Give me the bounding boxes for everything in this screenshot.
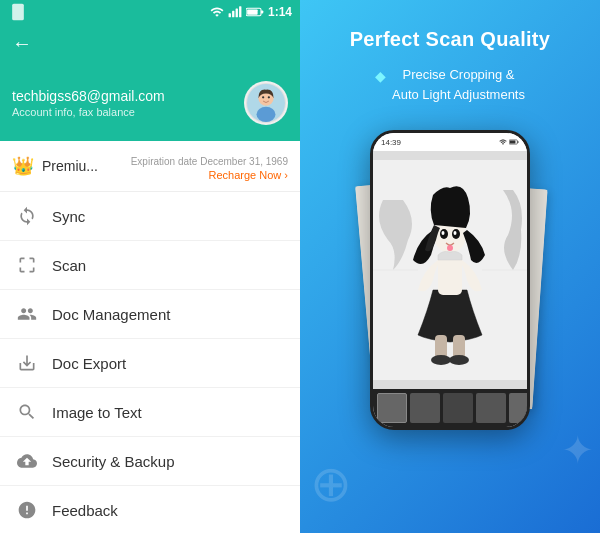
user-info: techbigss68@gmail.com Account info, fax … — [12, 88, 165, 118]
thumbnail-4[interactable] — [476, 393, 506, 423]
svg-rect-2 — [232, 11, 234, 17]
svg-point-10 — [257, 107, 276, 122]
feedback-icon — [16, 499, 38, 521]
scan-label: Scan — [52, 257, 86, 274]
avatar — [244, 81, 288, 125]
doc-export-icon — [16, 352, 38, 374]
thumbnail-strip: 拍摄 相册 扫描 — [373, 389, 527, 427]
svg-rect-7 — [261, 11, 263, 14]
sync-icon — [16, 205, 38, 227]
svg-rect-1 — [229, 13, 231, 17]
thumbnail-5[interactable] — [509, 393, 527, 423]
image-to-text-icon — [16, 401, 38, 423]
recharge-link[interactable]: Recharge Now › — [131, 169, 288, 181]
svg-rect-0 — [12, 4, 24, 21]
status-time: 1:14 — [268, 5, 292, 19]
phone-status-bar: 14:39 — [373, 133, 527, 151]
menu-item-doc-export[interactable]: Doc Export — [0, 339, 300, 388]
svg-point-29 — [449, 355, 469, 365]
svg-point-24 — [442, 231, 445, 235]
security-backup-icon — [16, 450, 38, 472]
menu-item-scan[interactable]: Scan — [0, 241, 300, 290]
doc-management-label: Doc Management — [52, 306, 170, 323]
svg-rect-3 — [236, 9, 238, 18]
status-bar-right: 1:14 — [210, 5, 292, 19]
avatar-image — [247, 84, 285, 122]
thumbnail-2[interactable] — [410, 393, 440, 423]
left-panel: 1:14 ← techbigss68@gmail.com Account inf… — [0, 0, 300, 533]
promo-title: Perfect Scan Quality — [350, 28, 551, 51]
signal-icon — [228, 5, 242, 19]
menu-item-doc-management[interactable]: Doc Management — [0, 290, 300, 339]
premium-expiry: Expiration date December 31, 1969 Rechar… — [131, 151, 288, 181]
menu-item-sync[interactable]: Sync — [0, 192, 300, 241]
svg-point-28 — [431, 355, 451, 365]
svg-rect-16 — [510, 141, 516, 144]
back-button[interactable]: ← — [12, 32, 32, 55]
doc-export-label: Doc Export — [52, 355, 126, 372]
menu-item-image-to-text[interactable]: Image to Text — [0, 388, 300, 437]
phone-status-icon — [8, 2, 28, 22]
svg-point-30 — [447, 245, 453, 251]
promo-feature: ◆ Precise Cropping &Auto Light Adjustmen… — [375, 65, 525, 104]
menu-list: Sync Scan Doc Management — [0, 192, 300, 533]
image-to-text-label: Image to Text — [52, 404, 142, 421]
promo-feature-text: Precise Cropping &Auto Light Adjustments — [392, 65, 525, 104]
diamond-icon: ◆ — [375, 66, 386, 87]
svg-rect-20 — [438, 255, 462, 295]
security-backup-label: Security & Backup — [52, 453, 175, 470]
manga-illustration — [373, 151, 527, 389]
right-panel: ⊕ ✦ Perfect Scan Quality ◆ Precise Cropp… — [300, 0, 600, 533]
bg-deco-1: ⊕ — [310, 455, 352, 513]
thumbnail-1[interactable] — [377, 393, 407, 423]
header: ← — [0, 24, 300, 77]
phone-screen: 14:39 — [373, 133, 527, 427]
svg-rect-6 — [247, 9, 258, 14]
svg-point-25 — [454, 231, 457, 235]
scan-icon — [16, 254, 38, 276]
expiry-date: Expiration date December 31, 1969 — [131, 156, 288, 167]
phone-wifi-icon — [499, 138, 507, 146]
phone-time: 14:39 — [381, 138, 401, 147]
phone-status-icons — [499, 138, 519, 146]
menu-item-feedback[interactable]: Feedback — [0, 486, 300, 533]
svg-rect-17 — [517, 141, 518, 143]
battery-icon — [246, 6, 264, 18]
user-email: techbigss68@gmail.com — [12, 88, 165, 104]
svg-point-11 — [262, 96, 264, 98]
menu-item-security-backup[interactable]: Security & Backup — [0, 437, 300, 486]
thumbnail-3[interactable] — [443, 393, 473, 423]
feedback-label: Feedback — [52, 502, 118, 519]
svg-point-12 — [268, 96, 270, 98]
doc-management-icon — [16, 303, 38, 325]
sync-label: Sync — [52, 208, 85, 225]
status-bar: 1:14 — [0, 0, 300, 24]
scan-preview — [373, 151, 527, 389]
user-section: techbigss68@gmail.com Account info, fax … — [0, 77, 300, 141]
status-bar-left — [8, 2, 28, 22]
phone-mockup: 14:39 — [355, 130, 545, 450]
wifi-icon — [210, 5, 224, 19]
svg-rect-4 — [239, 6, 241, 17]
bg-deco-2: ✦ — [561, 427, 595, 473]
crown-icon: 👑 — [12, 155, 34, 177]
phone-battery-icon — [509, 138, 519, 146]
user-subtitle: Account info, fax balance — [12, 106, 165, 118]
premium-bar[interactable]: 👑 Premiu... Expiration date December 31,… — [0, 141, 300, 192]
phone-frame: 14:39 — [370, 130, 530, 430]
premium-label: Premiu... — [42, 158, 98, 174]
